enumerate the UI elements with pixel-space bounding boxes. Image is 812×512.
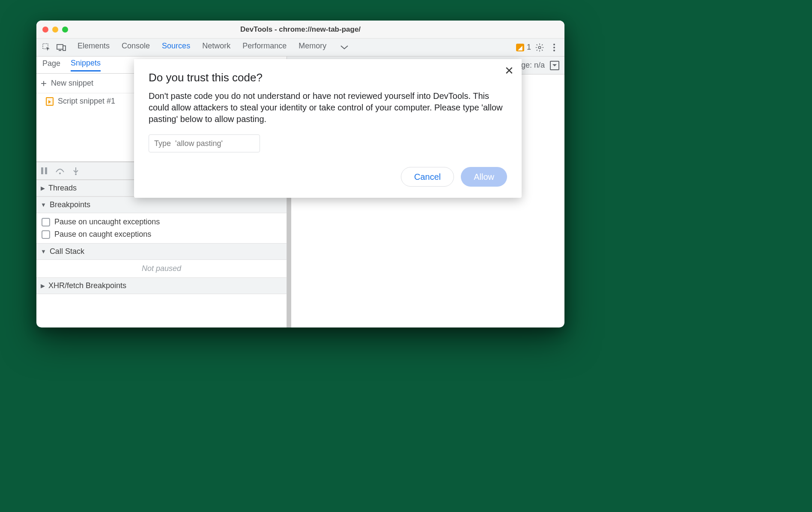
checkbox-row-uncaught[interactable]: Pause on uncaught exceptions xyxy=(42,216,281,228)
triangle-down-icon: ▼ xyxy=(41,248,46,255)
debugger-sections: ▶ Threads ▼ Breakpoints Pause on uncaugh… xyxy=(36,180,287,327)
svg-point-6 xyxy=(553,47,555,48)
tab-memory[interactable]: Memory xyxy=(299,42,326,54)
device-toolbar-icon[interactable] xyxy=(55,42,67,54)
snippet-item-label: Script snippet #1 xyxy=(58,97,115,106)
svg-rect-3 xyxy=(63,46,66,51)
new-snippet-button[interactable]: New snippet xyxy=(51,79,93,88)
window-title: DevTools - chrome://new-tab-page/ xyxy=(36,25,564,34)
main-toolbar: Elements Console Sources Network Perform… xyxy=(36,39,564,57)
svg-point-5 xyxy=(553,44,555,45)
step-over-icon[interactable] xyxy=(55,167,65,175)
section-call-stack-label: Call Stack xyxy=(50,247,84,256)
section-threads-label: Threads xyxy=(48,184,77,193)
svg-rect-9 xyxy=(45,167,47,174)
dialog-title: Do you trust this code? xyxy=(149,71,507,84)
triangle-down-icon: ▼ xyxy=(41,202,46,208)
allow-pasting-input[interactable] xyxy=(149,134,260,152)
warning-badge[interactable]: ◢ 1 xyxy=(516,43,531,52)
tab-elements[interactable]: Elements xyxy=(78,42,110,54)
settings-icon[interactable] xyxy=(534,42,546,54)
tab-performance[interactable]: Performance xyxy=(242,42,287,54)
section-xhr-breakpoints[interactable]: ▶ XHR/fetch Breakpoints xyxy=(36,277,287,294)
tab-network[interactable]: Network xyxy=(202,42,230,54)
warning-badge-icon: ◢ xyxy=(516,44,524,51)
triangle-right-icon: ▶ xyxy=(41,283,45,289)
dialog-body: Don't paste code you do not understand o… xyxy=(149,90,507,125)
step-into-icon[interactable] xyxy=(72,167,79,175)
checkbox-icon[interactable] xyxy=(42,218,50,226)
checkbox-label-uncaught: Pause on uncaught exceptions xyxy=(54,217,160,226)
inspect-element-icon[interactable] xyxy=(41,42,53,54)
snippet-file-icon xyxy=(46,97,54,106)
minimize-window-button[interactable] xyxy=(52,27,58,33)
sub-tab-snippets[interactable]: Snippets xyxy=(71,59,101,71)
plus-icon[interactable]: + xyxy=(41,77,47,89)
dialog-actions: Cancel Allow xyxy=(149,167,507,187)
breakpoints-body: Pause on uncaught exceptions Pause on ca… xyxy=(36,213,287,243)
svg-point-10 xyxy=(59,173,61,174)
svg-rect-8 xyxy=(41,167,43,174)
kebab-menu-icon[interactable] xyxy=(548,42,560,54)
section-breakpoints[interactable]: ▼ Breakpoints xyxy=(36,196,287,213)
tab-console[interactable]: Console xyxy=(122,42,150,54)
svg-point-4 xyxy=(538,46,541,49)
section-call-stack[interactable]: ▼ Call Stack xyxy=(36,243,287,260)
trust-code-dialog: ✕ Do you trust this code? Don't paste co… xyxy=(134,59,522,198)
cancel-button[interactable]: Cancel xyxy=(401,167,454,187)
titlebar: DevTools - chrome://new-tab-page/ xyxy=(36,21,564,39)
svg-rect-1 xyxy=(57,45,63,49)
pause-icon[interactable] xyxy=(41,167,48,175)
triangle-right-icon: ▶ xyxy=(41,185,45,191)
close-dialog-button[interactable]: ✕ xyxy=(505,65,514,76)
checkbox-icon[interactable] xyxy=(42,230,50,239)
close-window-button[interactable] xyxy=(42,27,48,33)
svg-point-7 xyxy=(553,50,555,51)
section-xhr-label: XHR/fetch Breakpoints xyxy=(48,281,126,290)
section-breakpoints-label: Breakpoints xyxy=(50,200,90,209)
collapse-pane-icon[interactable] xyxy=(550,61,559,70)
warning-count: 1 xyxy=(527,43,531,52)
svg-point-12 xyxy=(75,173,77,175)
devtools-window: DevTools - chrome://new-tab-page/ Elemen… xyxy=(36,21,564,327)
tab-sources[interactable]: Sources xyxy=(162,42,190,54)
traffic-lights xyxy=(42,27,68,33)
sub-tab-page[interactable]: Page xyxy=(42,59,60,71)
panel-tabs: Elements Console Sources Network Perform… xyxy=(78,42,513,54)
maximize-window-button[interactable] xyxy=(62,27,68,33)
checkbox-row-caught[interactable]: Pause on caught exceptions xyxy=(42,228,281,241)
more-tabs-icon[interactable] xyxy=(338,42,350,54)
call-stack-not-paused: Not paused xyxy=(36,260,287,277)
allow-button[interactable]: Allow xyxy=(461,167,507,187)
checkbox-label-caught: Pause on caught exceptions xyxy=(54,230,151,239)
